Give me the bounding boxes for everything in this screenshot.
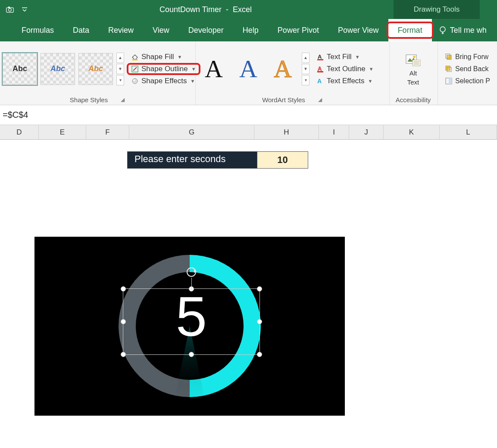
tab-help[interactable]: Help bbox=[233, 19, 268, 41]
shape-style-swatch-3[interactable]: Abc bbox=[78, 53, 113, 85]
pen-outline-icon bbox=[131, 65, 139, 73]
gallery-scroll-down-icon[interactable]: ▼ bbox=[302, 64, 309, 74]
column-header-e[interactable]: E bbox=[39, 125, 86, 139]
dialog-launcher-icon[interactable]: ◢ bbox=[318, 97, 322, 103]
tab-view[interactable]: View bbox=[143, 19, 179, 41]
tab-label: Help bbox=[243, 26, 259, 35]
tab-powerview[interactable]: Power View bbox=[328, 19, 388, 41]
tab-review[interactable]: Review bbox=[99, 19, 143, 41]
text-outline-icon: A bbox=[316, 65, 324, 73]
column-header-g[interactable]: G bbox=[129, 125, 254, 139]
column-header-h[interactable]: H bbox=[254, 125, 319, 139]
document-name: CountDown Timer bbox=[159, 5, 222, 14]
tab-label: Power Pivot bbox=[278, 26, 319, 35]
svg-rect-14 bbox=[317, 71, 323, 72]
effects-icon bbox=[131, 77, 139, 85]
countdown-chart: 5 bbox=[34, 237, 345, 416]
tab-developer[interactable]: Developer bbox=[179, 19, 233, 41]
selected-textbox[interactable]: 5 bbox=[123, 288, 260, 355]
shape-style-swatch-2[interactable]: Abc bbox=[41, 53, 75, 85]
column-header-i[interactable]: I bbox=[319, 125, 349, 139]
tab-label: Power View bbox=[338, 26, 379, 35]
resize-handle-sw[interactable] bbox=[121, 352, 126, 357]
alt-text-button[interactable]: Alt Text bbox=[398, 52, 428, 86]
resize-handle-se[interactable] bbox=[257, 352, 262, 357]
svg-rect-25 bbox=[446, 66, 450, 70]
paint-bucket-icon bbox=[131, 53, 139, 61]
swatch-label: Abc bbox=[50, 64, 65, 73]
text-effects-button[interactable]: A Text Effects▼ bbox=[314, 76, 376, 86]
column-header-j[interactable]: J bbox=[349, 125, 384, 139]
timer-digit: 5 bbox=[176, 284, 207, 349]
gallery-scroll-down-icon[interactable]: ▼ bbox=[116, 64, 124, 74]
selection-pane-button[interactable]: Selection P bbox=[442, 76, 493, 86]
svg-text:A: A bbox=[317, 78, 322, 85]
tab-label: Format bbox=[398, 26, 422, 35]
gallery-expand-icon[interactable]: ▾ bbox=[116, 75, 124, 85]
bring-forward-button[interactable]: Bring Forw bbox=[442, 52, 493, 62]
shape-outline-button[interactable]: Shape Outline▼ bbox=[128, 64, 199, 74]
customize-qat-icon[interactable] bbox=[21, 6, 28, 13]
wordart-swatch-3[interactable]: A bbox=[267, 53, 298, 85]
cmd-label: Selection P bbox=[455, 77, 490, 85]
camera-icon[interactable] bbox=[6, 6, 14, 13]
shape-fill-button[interactable]: Shape Fill▼ bbox=[128, 52, 199, 62]
text-outline-button[interactable]: A Text Outline▼ bbox=[314, 64, 376, 74]
app-name: Excel bbox=[233, 5, 252, 14]
svg-point-9 bbox=[132, 78, 138, 84]
dialog-launcher-icon[interactable]: ◢ bbox=[121, 97, 125, 103]
resize-handle-nw[interactable] bbox=[121, 286, 126, 291]
tell-me[interactable]: Tell me wh bbox=[432, 19, 494, 41]
text-fill-button[interactable]: A Text Fill▼ bbox=[314, 52, 376, 62]
column-header-l[interactable]: L bbox=[440, 125, 497, 139]
wordart-gallery[interactable]: A A A ▲ ▼ ▾ bbox=[198, 53, 309, 85]
resize-handle-w[interactable] bbox=[121, 319, 126, 324]
resize-handle-ne[interactable] bbox=[257, 286, 262, 291]
rotate-handle[interactable] bbox=[187, 267, 196, 277]
text-effects-icon: A bbox=[316, 77, 324, 85]
lightbulb-icon bbox=[439, 26, 447, 34]
tell-me-label: Tell me wh bbox=[450, 26, 487, 35]
shape-style-swatch-1[interactable]: Abc bbox=[3, 53, 37, 85]
wordart-swatch-2[interactable]: A bbox=[233, 53, 264, 85]
formula-bar[interactable]: =$C$4 bbox=[0, 105, 497, 125]
shape-effects-button[interactable]: Shape Effects▼ bbox=[128, 76, 199, 86]
tab-format[interactable]: Format bbox=[388, 19, 432, 41]
svg-text:A: A bbox=[318, 53, 322, 60]
svg-rect-7 bbox=[132, 59, 138, 60]
svg-point-1 bbox=[9, 9, 12, 12]
gallery-scroll-up-icon[interactable]: ▲ bbox=[302, 53, 309, 63]
resize-handle-e[interactable] bbox=[257, 319, 262, 324]
send-backward-button[interactable]: Send Back bbox=[442, 64, 493, 74]
tab-data[interactable]: Data bbox=[63, 19, 99, 41]
tab-powerpivot[interactable]: Power Pivot bbox=[268, 19, 328, 41]
cmd-label: Shape Effects bbox=[141, 77, 187, 85]
bring-forward-icon bbox=[445, 53, 453, 61]
group-wordart-styles: A A A ▲ ▼ ▾ A Text Fill▼ A Text Outline▼ bbox=[196, 41, 390, 105]
gallery-scroll: ▲ ▼ ▾ bbox=[302, 53, 309, 85]
input-prompt-cell: Please enter seconds bbox=[128, 152, 257, 168]
resize-handle-s[interactable] bbox=[189, 352, 194, 357]
tab-formulas[interactable]: Formulas bbox=[12, 19, 63, 41]
swatch-label: Abc bbox=[13, 64, 27, 73]
gallery-expand-icon[interactable]: ▾ bbox=[302, 75, 309, 85]
input-value-cell[interactable]: 10 bbox=[257, 152, 308, 168]
cmd-label: Shape Fill bbox=[141, 53, 174, 61]
tab-label: Formulas bbox=[22, 26, 54, 35]
group-label: Shape Styles bbox=[70, 96, 108, 103]
column-header-d[interactable]: D bbox=[0, 125, 39, 139]
cmd-label: Shape Outline bbox=[141, 65, 188, 73]
gallery-scroll: ▲ ▼ ▾ bbox=[116, 53, 124, 85]
ribbon-tabs: Formulas Data Review View Developer Help… bbox=[0, 19, 497, 41]
wordart-swatch-1[interactable]: A bbox=[198, 53, 229, 85]
column-headers: DEFGHIJKL bbox=[0, 125, 497, 140]
column-header-k[interactable]: K bbox=[384, 125, 440, 139]
shape-style-gallery[interactable]: Abc Abc Abc ▲ ▼ ▾ bbox=[3, 53, 124, 85]
svg-rect-28 bbox=[449, 78, 452, 84]
svg-point-18 bbox=[413, 56, 416, 58]
worksheet[interactable]: Please enter seconds 10 5 bbox=[0, 140, 497, 448]
gallery-scroll-up-icon[interactable]: ▲ bbox=[116, 53, 124, 63]
cmd-label: Bring Forw bbox=[455, 53, 488, 61]
group-accessibility: Alt Text Accessibility bbox=[390, 41, 438, 105]
column-header-f[interactable]: F bbox=[86, 125, 129, 139]
